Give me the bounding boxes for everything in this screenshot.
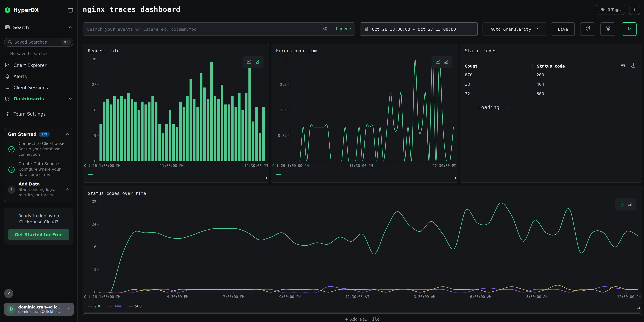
download-icon[interactable] xyxy=(630,62,636,68)
svg-text:9:30:00 PM: 9:30:00 PM xyxy=(279,295,300,299)
play-icon xyxy=(627,26,632,32)
sidebar-item-label: Chart Explorer xyxy=(14,62,73,68)
sidebar-item-search[interactable]: Search xyxy=(0,22,77,33)
svg-text:9: 9 xyxy=(94,134,96,138)
sidebar-item-alerts[interactable]: Alerts xyxy=(0,70,77,82)
chevron-down-icon xyxy=(534,26,539,32)
cell-status-code: 500 xyxy=(532,91,544,96)
sidebar-collapse-icon[interactable] xyxy=(68,7,73,13)
step-subtitle: Start sending logs, metrics, or traces xyxy=(18,187,61,198)
help-button[interactable]: ? xyxy=(4,289,13,298)
step-title: Connect to ClickHouse xyxy=(18,141,70,146)
header-actions: 0 Tags xyxy=(596,5,640,15)
sidebar-item-client-sessions[interactable]: Client Sessions xyxy=(0,82,77,93)
sidebar-item-chart-explorer[interactable]: Chart Explorer xyxy=(0,60,77,70)
date-range-value: Oct 26 13:00:00 - Oct 27 13:00:00 xyxy=(372,26,456,32)
get-started-header[interactable]: Get Started 2/3 xyxy=(8,132,70,137)
sidebar-item-label: Alerts xyxy=(14,74,73,79)
calendar-icon xyxy=(364,27,369,32)
date-range-picker[interactable]: Oct 26 13:00:00 - Oct 27 13:00:00 xyxy=(360,22,478,36)
user-menu[interactable]: D dominic.tran@clic... dominic.tran@clic… xyxy=(4,303,74,316)
cell-count: 33 xyxy=(465,82,532,87)
svg-text:4:30:00 PM: 4:30:00 PM xyxy=(167,295,188,299)
cell-status-code: 200 xyxy=(532,72,544,77)
svg-text:8: 8 xyxy=(94,268,96,272)
resize-handle[interactable] xyxy=(264,175,267,181)
shortcut-badge: ⌘K xyxy=(62,40,70,44)
legend-dash[interactable] xyxy=(276,174,281,175)
resize-handle[interactable] xyxy=(452,175,456,181)
chart-type-toggle xyxy=(432,56,452,68)
page-title: nginx traces dashboard xyxy=(83,6,180,14)
get-started-title: Get Started xyxy=(8,132,37,137)
divider: | xyxy=(330,26,336,31)
svg-text:7:00:00 PM: 7:00:00 PM xyxy=(223,295,244,299)
legend-item-404[interactable]: 404 xyxy=(108,304,122,308)
search-icon xyxy=(8,40,12,44)
bar-chart-toggle-icon[interactable] xyxy=(628,202,633,207)
cell-status-code: 404 xyxy=(532,82,544,87)
granularity-value: Auto Granularity xyxy=(490,26,531,32)
tags-button[interactable]: 0 Tags xyxy=(596,5,625,15)
run-query-button[interactable] xyxy=(622,22,636,36)
line-chart-toggle-icon[interactable] xyxy=(246,59,252,64)
legend-item-200[interactable]: 200 xyxy=(88,304,101,308)
chevron-down-icon[interactable] xyxy=(68,96,73,101)
user-email: dominic.tran@clickho... xyxy=(18,310,62,314)
refresh-button[interactable] xyxy=(580,22,595,36)
dashboard-menu-button[interactable] xyxy=(629,5,640,15)
table-row[interactable]: 32 500 xyxy=(465,89,621,98)
add-new-tile-button[interactable]: + Add New Tile xyxy=(83,313,642,322)
laptop-icon xyxy=(5,85,10,90)
filter-icon xyxy=(605,26,611,32)
sql-toggle[interactable]: SQL xyxy=(322,26,330,31)
sidebar-item-dashboards[interactable]: Dashboards xyxy=(0,93,77,104)
resize-handle[interactable] xyxy=(636,304,640,311)
table-row[interactable]: 870 200 xyxy=(465,70,621,80)
filter-button[interactable] xyxy=(600,22,615,36)
logo-row: HyperDX xyxy=(0,0,77,14)
svg-text:24: 24 xyxy=(92,222,96,226)
chart-line-icon xyxy=(5,62,10,68)
legend-item-500[interactable]: 500 xyxy=(128,304,142,308)
get-started-step-add-data[interactable]: 3 Add Data Start sending logs, metrics, … xyxy=(8,182,70,198)
lucene-toggle[interactable]: Lucene xyxy=(336,26,351,31)
event-search-input[interactable] xyxy=(83,22,355,36)
svg-text:8:30:00 AM: 8:30:00 AM xyxy=(526,295,548,299)
chevron-up-icon[interactable] xyxy=(65,132,70,136)
column-header-count[interactable]: Count xyxy=(465,63,532,68)
chevron-up-icon[interactable] xyxy=(68,25,73,30)
sidebar-item-label: Client Sessions xyxy=(14,85,73,90)
app-title: HyperDX xyxy=(14,7,65,13)
line-chart-toggle-icon[interactable] xyxy=(435,59,441,64)
status-codes-table: Count Status code 870 200 33 404 32 500 xyxy=(465,62,621,98)
gear-icon xyxy=(5,111,10,116)
line-chart-toggle-icon[interactable] xyxy=(619,202,625,207)
svg-text:3: 3 xyxy=(284,57,286,61)
chevron-right-icon xyxy=(66,307,71,312)
legend-dash[interactable] xyxy=(88,174,92,175)
table-row[interactable]: 33 404 xyxy=(465,80,621,89)
bar-chart-toggle-icon[interactable] xyxy=(255,59,260,64)
saved-searches-box: ⌘K xyxy=(4,38,73,47)
tags-label: 0 Tags xyxy=(608,8,621,12)
get-started-step-sources[interactable]: Create Data Sources Configure where your… xyxy=(8,162,70,178)
live-button[interactable]: Live xyxy=(551,22,575,36)
svg-text:12:30:00 AM: 12:30:00 AM xyxy=(346,295,369,299)
get-started-step-connect[interactable]: Connect to ClickHouse Set up your databa… xyxy=(8,141,70,157)
bar-chart-toggle-icon[interactable] xyxy=(444,59,449,64)
bell-icon xyxy=(5,74,10,79)
legend-label: 200 xyxy=(94,304,101,308)
refresh-icon xyxy=(585,26,590,32)
granularity-select[interactable]: Auto Granularity xyxy=(482,22,547,36)
svg-text:11:30:00 PM: 11:30:00 PM xyxy=(349,164,373,168)
legend-dash xyxy=(128,306,132,306)
svg-text:0: 0 xyxy=(94,159,96,163)
step-number-badge: 3 xyxy=(8,186,15,194)
column-header-status-code[interactable]: Status code xyxy=(532,63,565,68)
get-started-free-button[interactable]: Get Started for Free xyxy=(8,229,69,240)
panel-request-rate: Request rate 09182736Oct 26 1:00:00 PM11… xyxy=(83,44,269,183)
svg-text:36: 36 xyxy=(92,57,96,61)
table-header-row: Count Status code xyxy=(465,62,621,70)
sidebar-item-team-settings[interactable]: Team Settings xyxy=(0,108,77,119)
